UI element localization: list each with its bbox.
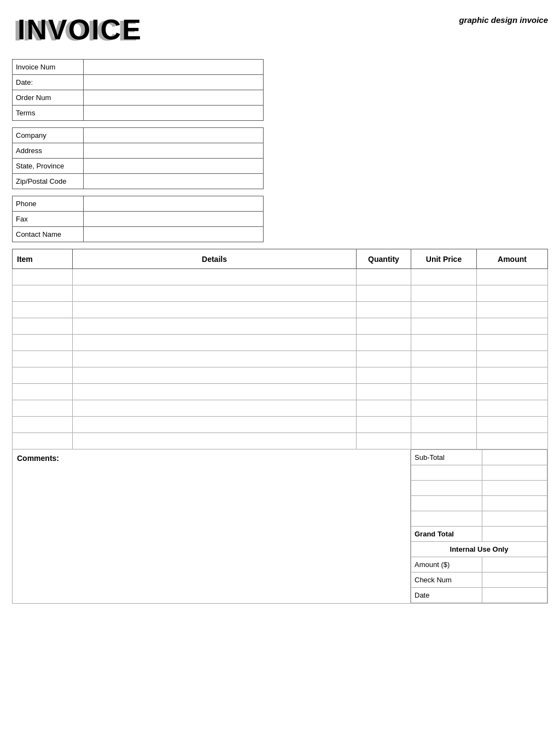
item-cell[interactable] <box>13 335 73 351</box>
amount-cell[interactable] <box>477 302 548 318</box>
totals-blank-value[interactable] <box>482 496 547 511</box>
quantity-cell[interactable] <box>357 318 411 335</box>
company-info-value[interactable] <box>83 159 263 174</box>
invoice-info-label: Order Num <box>13 90 84 106</box>
quantity-cell[interactable] <box>357 285 411 302</box>
details-cell[interactable] <box>73 335 357 351</box>
details-cell[interactable] <box>73 433 357 449</box>
item-cell[interactable] <box>13 417 73 433</box>
internal-use-row: Internal Use Only <box>411 542 547 557</box>
unit-price-cell[interactable] <box>411 433 477 449</box>
invoice-info-value[interactable] <box>83 60 263 75</box>
totals-blank-label <box>411 511 482 527</box>
quantity-cell[interactable] <box>357 367 411 384</box>
invoice-info-label: Date: <box>13 75 84 90</box>
amount-cell[interactable] <box>477 285 548 302</box>
amount-cell[interactable] <box>477 433 548 449</box>
invoice-title-main: INVOICE <box>12 15 132 44</box>
details-cell[interactable] <box>73 302 357 318</box>
quantity-cell[interactable] <box>357 302 411 318</box>
company-info-section: Company Address State, Province Zip/Post… <box>12 127 548 189</box>
item-cell[interactable] <box>13 367 73 384</box>
unit-price-cell[interactable] <box>411 417 477 433</box>
item-cell[interactable] <box>13 318 73 335</box>
table-row <box>13 384 548 400</box>
details-cell[interactable] <box>73 400 357 417</box>
unit-price-cell[interactable] <box>411 318 477 335</box>
unit-price-cell[interactable] <box>411 367 477 384</box>
details-cell[interactable] <box>73 351 357 367</box>
invoice-info-row: Order Num <box>13 90 264 106</box>
unit-price-cell[interactable] <box>411 285 477 302</box>
internal-field-value[interactable] <box>482 557 547 572</box>
item-cell[interactable] <box>13 285 73 302</box>
unit-price-cell[interactable] <box>411 302 477 318</box>
quantity-cell[interactable] <box>357 384 411 400</box>
details-cell[interactable] <box>73 384 357 400</box>
amount-cell[interactable] <box>477 384 548 400</box>
contact-info-label: Contact Name <box>13 227 84 242</box>
quantity-cell[interactable] <box>357 400 411 417</box>
totals-blank-value[interactable] <box>482 465 547 481</box>
quantity-cell[interactable] <box>357 351 411 367</box>
invoice-info-row: Date: <box>13 75 264 90</box>
item-cell[interactable] <box>13 433 73 449</box>
items-section: Item Details Quantity Unit Price Amount <box>12 249 548 449</box>
contact-info-label: Fax <box>13 212 84 227</box>
item-cell[interactable] <box>13 351 73 367</box>
quantity-cell[interactable] <box>357 417 411 433</box>
contact-info-label: Phone <box>13 196 84 212</box>
company-info-row: Company <box>13 128 264 143</box>
item-cell[interactable] <box>13 269 73 285</box>
internal-use-header: Internal Use Only <box>411 542 547 557</box>
table-row <box>13 400 548 417</box>
internal-field-value[interactable] <box>482 588 547 603</box>
details-cell[interactable] <box>73 367 357 384</box>
company-info-value[interactable] <box>83 143 263 159</box>
unit-price-cell[interactable] <box>411 335 477 351</box>
table-row <box>13 417 548 433</box>
sub-total-value[interactable] <box>482 450 547 465</box>
invoice-info-label: Invoice Num <box>13 60 84 75</box>
invoice-info-value[interactable] <box>83 75 263 90</box>
amount-cell[interactable] <box>477 318 548 335</box>
table-row <box>13 318 548 335</box>
unit-price-cell[interactable] <box>411 400 477 417</box>
company-info-value[interactable] <box>83 174 263 189</box>
unit-price-cell[interactable] <box>411 384 477 400</box>
totals-blank-value[interactable] <box>482 511 547 527</box>
item-cell[interactable] <box>13 400 73 417</box>
quantity-cell[interactable] <box>357 269 411 285</box>
totals-section: Sub-Total Grand Total Internal Use Only … <box>411 449 547 603</box>
amount-cell[interactable] <box>477 269 548 285</box>
amount-cell[interactable] <box>477 351 548 367</box>
unit-price-cell[interactable] <box>411 269 477 285</box>
contact-info-value[interactable] <box>83 227 263 242</box>
items-header-row: Item Details Quantity Unit Price Amount <box>13 249 548 269</box>
amount-cell[interactable] <box>477 335 548 351</box>
company-info-value[interactable] <box>83 128 263 143</box>
amount-cell[interactable] <box>477 367 548 384</box>
item-cell[interactable] <box>13 302 73 318</box>
unit-price-cell[interactable] <box>411 351 477 367</box>
details-cell[interactable] <box>73 269 357 285</box>
invoice-info-value[interactable] <box>83 90 263 106</box>
details-cell[interactable] <box>73 417 357 433</box>
amount-cell[interactable] <box>477 400 548 417</box>
contact-info-value[interactable] <box>83 212 263 227</box>
totals-blank-value[interactable] <box>482 481 547 496</box>
contact-info-value[interactable] <box>83 196 263 212</box>
quantity-cell[interactable] <box>357 433 411 449</box>
amount-cell[interactable] <box>477 417 548 433</box>
items-table: Item Details Quantity Unit Price Amount <box>12 249 548 449</box>
grand-total-value[interactable] <box>482 527 547 542</box>
invoice-info-value[interactable] <box>83 106 263 121</box>
details-cell[interactable] <box>73 318 357 335</box>
table-row <box>13 302 548 318</box>
contact-info-section: Phone Fax Contact Name <box>12 196 548 242</box>
item-col-header: Item <box>13 249 73 269</box>
internal-field-value[interactable] <box>482 572 547 588</box>
item-cell[interactable] <box>13 384 73 400</box>
details-cell[interactable] <box>73 285 357 302</box>
quantity-cell[interactable] <box>357 335 411 351</box>
